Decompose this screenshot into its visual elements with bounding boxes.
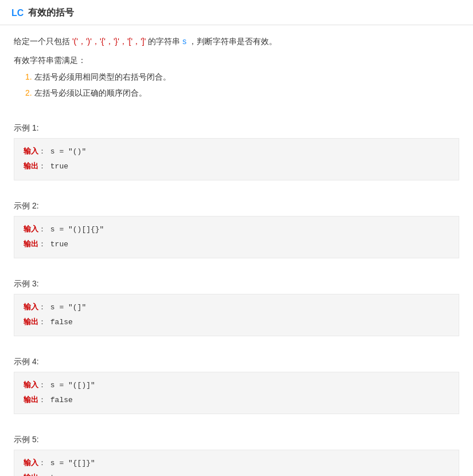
output-label-2: 输出 [24,240,38,249]
code-block-2: 输入： s = "()[]{}"输出： true [14,216,459,258]
example-gap-4 [14,339,459,348]
code-block-3: 输入： s = "(]"输出： false [14,294,459,336]
content-area: 给定一个只包括 '('，')'，'{'，'}'，'['，']' 的字符串 s ，… [0,25,473,476]
example-label-5: 示例 5: [14,435,459,445]
input-value-2: s = "()[]{}" [46,225,104,234]
code-block-1: 输入： s = "()"输出： true [14,138,459,180]
output-line-5: 输出： true [24,471,449,476]
code-block-4: 输入： s = "([)]"输出： false [14,372,459,414]
input-line-5: 输入： s = "{[]}" [24,456,449,471]
output-colon-4: ： [38,396,46,404]
output-line-2: 输出： true [24,237,449,252]
input-value-5: s = "{[]}" [46,459,95,467]
input-colon-2: ： [38,225,46,234]
input-value-1: s = "()" [46,147,86,156]
input-value-4: s = "([)]" [46,381,95,390]
input-line-2: 输入： s = "()[]{}" [24,222,449,237]
header: LC 有效的括号 [0,0,473,25]
example-gap-5 [14,416,459,426]
output-colon-3: ： [38,318,46,326]
output-line-4: 输出： false [24,393,449,408]
desc-intro: 给定一个只包括 [14,37,72,46]
output-label-4: 输出 [24,396,38,404]
conditions-title: 有效字符串需满足： [14,56,86,65]
condition-2: 左括号必须以正确的顺序闭合。 [25,86,459,100]
input-label-5: 输入 [24,459,38,467]
page-title: 有效的括号 [28,7,74,19]
example-label-4: 示例 4: [14,357,459,367]
input-colon-1: ： [38,147,46,156]
output-value-5: true [46,474,68,476]
input-colon-5: ： [38,459,46,467]
input-line-3: 输入： s = "(]" [24,300,449,315]
conditions-list: 左括号必须用相同类型的右括号闭合。 左括号必须以正确的顺序闭合。 [14,70,459,100]
output-label-1: 输出 [24,162,38,171]
lc-label: LC [11,8,24,18]
input-colon-3: ： [38,303,46,312]
example-label-1: 示例 1: [14,123,459,133]
output-value-2: true [46,240,68,249]
example-label-3: 示例 3: [14,279,459,289]
input-line-4: 输入： s = "([)]" [24,378,449,393]
output-label-3: 输出 [24,318,38,326]
input-label-3: 输入 [24,303,38,312]
output-label-5: 输出 [24,474,38,476]
output-colon-2: ： [38,240,46,249]
desc-middle: 的字符串 [146,37,182,46]
example-gap-1 [14,105,459,114]
input-colon-4: ： [38,381,46,390]
example-gap-3 [14,261,459,270]
output-value-1: true [46,162,68,171]
examples-container: 示例 1:输入： s = "()"输出： true示例 2:输入： s = "(… [14,105,459,476]
example-gap-2 [14,183,459,192]
problem-description: 给定一个只包括 '('，')'，'{'，'}'，'['，']' 的字符串 s ，… [14,34,459,49]
output-colon-1: ： [38,162,46,171]
output-value-4: false [46,396,73,404]
input-value-3: s = "(]" [46,303,86,312]
conditions-section: 有效字符串需满足： 左括号必须用相同类型的右括号闭合。 左括号必须以正确的顺序闭… [14,53,459,100]
example-label-2: 示例 2: [14,201,459,211]
page-wrapper: LC 有效的括号 给定一个只包括 '('，')'，'{'，'}'，'['，']'… [0,0,473,476]
output-line-1: 输出： true [24,159,449,174]
input-label-4: 输入 [24,381,38,390]
input-label-1: 输入 [24,147,38,156]
input-label-2: 输入 [24,225,38,234]
desc-chars: '('，')'，'{'，'}'，'['，']' [72,37,146,46]
output-line-3: 输出： false [24,315,449,330]
condition-1: 左括号必须用相同类型的右括号闭合。 [25,70,459,84]
input-line-1: 输入： s = "()" [24,144,449,159]
desc-end: ，判断字符串是否有效。 [186,37,277,46]
output-colon-5: ： [38,474,46,476]
code-block-5: 输入： s = "{[]}"输出： true [14,450,459,476]
output-value-3: false [46,318,73,326]
